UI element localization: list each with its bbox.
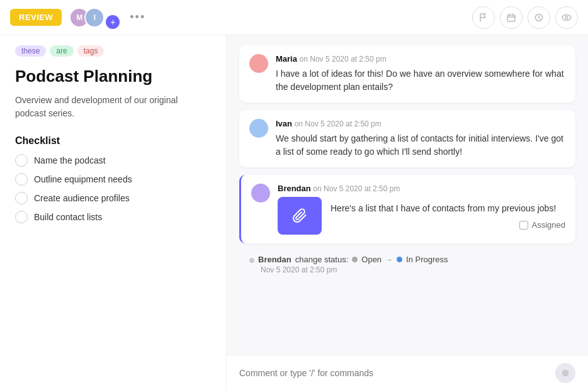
comment-body-maria: Maria on Nov 5 2020 at 2:50 pm I have a … [276, 54, 565, 94]
comment-body-ivan: Ivan on Nov 5 2020 at 2:50 pm We should … [276, 119, 565, 159]
assigned-checkbox[interactable] [519, 221, 528, 230]
avatar-ivan [249, 119, 268, 138]
comment-input[interactable] [239, 368, 549, 378]
right-toolbar [472, 6, 578, 29]
avatar-brendan [251, 184, 270, 203]
comment-meta-maria: on Nov 5 2020 at 2:50 pm [300, 55, 387, 64]
checklist-checkbox-3[interactable] [15, 192, 28, 204]
flag-icon-button[interactable] [472, 6, 495, 29]
checklist-checkbox-2[interactable] [15, 173, 28, 186]
status-change-time: Nov 5 2020 at 2:50 pm [249, 265, 575, 274]
bullet-icon [249, 258, 254, 263]
checklist: Name the podcast Outline equipment needs… [15, 154, 211, 223]
comment-text-ivan: We should start by gathering a list of c… [276, 132, 565, 159]
checklist-checkbox-4[interactable] [15, 211, 28, 223]
comments-area: Maria on Nov 5 2020 at 2:50 pm I have a … [227, 35, 588, 355]
review-button[interactable]: REVIEW [10, 9, 62, 26]
eye-icon-button[interactable] [555, 6, 578, 29]
checklist-checkbox-1[interactable] [15, 154, 28, 167]
attachment-thumbnail[interactable] [278, 197, 322, 235]
comment-author-ivan: Ivan [276, 119, 292, 128]
comment-header-brendan: Brendan on Nov 5 2020 at 2:50 pm [278, 184, 565, 193]
status-change: Brendan change status: Open → In Progres… [239, 251, 575, 274]
comment-maria: Maria on Nov 5 2020 at 2:50 pm I have a … [239, 45, 575, 103]
status-arrow-icon: → [385, 255, 393, 264]
main-content: these are tags Podcast Planning Overview… [0, 35, 588, 390]
checklist-label-3: Create audience profiles [34, 193, 130, 203]
comment-meta-ivan: on Nov 5 2020 at 2:50 pm [295, 120, 382, 128]
status-from: Open [361, 255, 382, 264]
comment-author-brendan: Brendan [278, 184, 311, 193]
comment-text-maria: I have a lot of ideas for this! Do we ha… [276, 67, 565, 94]
checklist-item: Create audience profiles [15, 192, 211, 204]
status-dot-open [352, 257, 358, 262]
tag-are[interactable]: are [50, 45, 73, 57]
assigned-row: Assigned [331, 220, 565, 230]
comment-inner-brendan: Here's a list that I have of contacts fr… [278, 197, 565, 235]
avatar-ivan: I [84, 8, 105, 28]
checklist-item: Name the podcast [15, 154, 211, 167]
comment-body-brendan: Brendan on Nov 5 2020 at 2:50 pm Here's … [278, 184, 565, 235]
status-change-action: change status: [295, 255, 349, 264]
status-change-row: Brendan change status: Open → In Progres… [249, 255, 575, 264]
checklist-label-4: Build contact lists [34, 212, 102, 222]
status-to: In Progress [406, 255, 448, 264]
right-panel: Maria on Nov 5 2020 at 2:50 pm I have a … [227, 35, 588, 390]
send-button[interactable] [555, 363, 575, 383]
tag-these[interactable]: these [15, 45, 46, 57]
checklist-label-2: Outline equipment needs [34, 174, 132, 184]
svg-point-3 [565, 16, 568, 19]
comment-meta-brendan: on Nov 5 2020 at 2:50 pm [313, 184, 400, 193]
checklist-item: Build contact lists [15, 211, 211, 223]
time-icon-button[interactable] [528, 6, 550, 29]
svg-point-2 [562, 14, 571, 20]
tag-tags[interactable]: tags [77, 45, 105, 57]
page-title: Podcast Planning [15, 67, 211, 86]
status-change-author: Brendan [258, 255, 291, 264]
avatar-group: M I + [69, 6, 120, 29]
calendar-icon-button[interactable] [500, 6, 523, 29]
svg-point-4 [562, 369, 569, 376]
left-panel: these are tags Podcast Planning Overview… [0, 35, 227, 390]
checklist-label-1: Name the podcast [34, 155, 106, 165]
assigned-label: Assigned [532, 220, 565, 230]
add-member-button[interactable]: + [106, 15, 120, 29]
svg-rect-0 [507, 15, 515, 21]
avatar-maria [249, 54, 268, 73]
comment-author-maria: Maria [276, 54, 297, 64]
checklist-item: Outline equipment needs [15, 173, 211, 186]
top-bar: REVIEW M I + ••• [0, 0, 588, 35]
checklist-heading: Checklist [15, 135, 211, 147]
comment-ivan: Ivan on Nov 5 2020 at 2:50 pm We should … [239, 110, 575, 167]
comment-text-brendan: Here's a list that I have of contacts fr… [331, 202, 565, 230]
comment-brendan: Brendan on Nov 5 2020 at 2:50 pm Here's … [239, 175, 575, 243]
comment-header-ivan: Ivan on Nov 5 2020 at 2:50 pm [276, 119, 565, 128]
status-dot-inprogress [397, 257, 402, 262]
comment-input-area [227, 355, 588, 390]
page-description: Overview and development of our original… [15, 94, 211, 120]
comment-header-maria: Maria on Nov 5 2020 at 2:50 pm [276, 54, 565, 64]
tags-row: these are tags [15, 45, 211, 57]
more-options-button[interactable]: ••• [130, 11, 145, 24]
